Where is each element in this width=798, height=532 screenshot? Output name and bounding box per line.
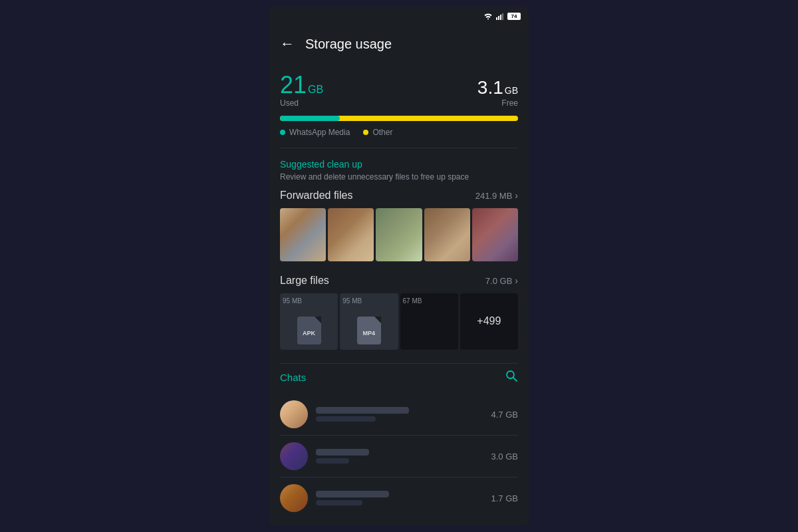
chat-size-2: 3.0 GB: [491, 452, 518, 462]
progress-bar-fill: [280, 116, 340, 121]
used-storage: 21 GB Used: [280, 73, 323, 108]
chat-item-2[interactable]: 3.0 GB: [280, 436, 518, 477]
svg-rect-3: [502, 13, 503, 20]
other-dot: [363, 130, 368, 135]
large-files-chevron: ›: [515, 275, 518, 286]
svg-rect-0: [496, 17, 497, 20]
forwarded-files-size: 241.9 MB ›: [475, 190, 518, 201]
apk-size: 95 MB: [283, 297, 302, 305]
apk-icon: APK: [297, 317, 321, 344]
legend-other: Other: [363, 128, 392, 137]
media-thumb-4[interactable]: [424, 208, 470, 261]
search-icon[interactable]: [505, 369, 518, 386]
chat-avatar-2: [280, 442, 308, 470]
chats-title: Chats: [280, 372, 306, 383]
chat-info-3: [316, 491, 483, 505]
progress-bar-track: [280, 116, 518, 121]
free-label: Free: [501, 98, 518, 108]
other-label: Other: [372, 128, 392, 137]
large-files-title: Large files: [280, 275, 329, 287]
file-more[interactable]: +499: [460, 293, 518, 350]
suggested-description: Review and delete unnecessary files to f…: [280, 172, 518, 182]
chat-avatar-3: [280, 484, 308, 512]
forwarded-chevron: ›: [515, 190, 518, 201]
chat-name-placeholder-3: [316, 491, 389, 497]
chat-avatar-1: [280, 400, 308, 428]
content-area: 21 GB Used 3.1 GB Free What: [269, 63, 529, 525]
chat-item-1[interactable]: 4.7 GB: [280, 394, 518, 436]
page-title: Storage usage: [305, 37, 392, 52]
media-thumb-2[interactable]: [328, 208, 374, 261]
chat-name-placeholder-2: [316, 449, 369, 456]
svg-rect-2: [500, 15, 501, 20]
chat-sub-placeholder-2: [316, 458, 349, 464]
media-thumb-5[interactable]: [472, 208, 518, 261]
chats-header: Chats: [280, 369, 518, 386]
more-count: +499: [477, 315, 501, 327]
file-mp4[interactable]: 95 MB MP4: [340, 293, 398, 350]
free-number: 3.1 GB: [477, 78, 518, 97]
svg-rect-1: [498, 16, 499, 20]
chat-info-1: [316, 407, 483, 422]
whatsapp-dot: [280, 130, 285, 135]
battery-icon: 74: [507, 13, 521, 20]
chat-item-3[interactable]: 1.7 GB: [280, 477, 518, 519]
phone-container: 74 ← Storage usage 21 GB Used 3.1 GB: [269, 7, 529, 525]
chat-size-1: 4.7 GB: [491, 410, 518, 420]
chat-info-2: [316, 449, 483, 464]
file-dark[interactable]: 67 MB: [400, 293, 458, 350]
wifi-icon: [483, 12, 493, 20]
large-files-header[interactable]: Large files 7.0 GB ›: [280, 275, 518, 287]
chat-sub-placeholder-1: [316, 416, 376, 422]
storage-stats: 21 GB Used 3.1 GB Free: [280, 73, 518, 108]
used-number: 21 GB: [280, 73, 323, 97]
header: ← Storage usage: [269, 25, 529, 63]
storage-legend: WhatsApp Media Other: [280, 128, 518, 137]
storage-progress: [280, 116, 518, 121]
suggested-cleanup-section: Suggested clean up Review and delete unn…: [280, 159, 518, 350]
status-bar: 74: [269, 7, 529, 25]
forwarded-files-title: Forwarded files: [280, 190, 352, 201]
mp4-type: MP4: [363, 330, 376, 336]
large-files-grid: 95 MB APK 95 MB MP4 67 MB: [280, 293, 518, 350]
divider-1: [280, 148, 518, 148]
large-files-section: Large files 7.0 GB › 95 MB APK: [280, 275, 518, 350]
forwarded-files-grid[interactable]: [280, 208, 518, 261]
chat-name-placeholder-1: [316, 407, 409, 414]
svg-line-5: [513, 378, 517, 381]
chat-size-3: 1.7 GB: [491, 493, 518, 503]
used-label: Used: [280, 98, 299, 108]
divider-2: [280, 363, 518, 364]
signal-icon: [495, 12, 505, 20]
chat-sub-placeholder-3: [316, 500, 362, 505]
used-amount: 21: [280, 73, 307, 97]
dark-size: 67 MB: [403, 297, 422, 305]
apk-type: APK: [303, 330, 315, 336]
large-files-size: 7.0 GB ›: [485, 275, 518, 286]
status-icons: 74: [483, 12, 521, 20]
legend-whatsapp: WhatsApp Media: [280, 128, 350, 137]
back-button[interactable]: ←: [280, 35, 295, 53]
mp4-size: 95 MB: [342, 297, 362, 305]
chats-section: Chats 4.7 GB: [280, 369, 518, 519]
mp4-icon: MP4: [357, 317, 381, 344]
whatsapp-label: WhatsApp Media: [289, 128, 350, 137]
free-unit: GB: [505, 85, 518, 96]
suggested-title: Suggested clean up: [280, 159, 518, 170]
media-thumb-1[interactable]: [280, 208, 326, 261]
svg-point-4: [507, 371, 514, 378]
battery-level: 74: [511, 13, 517, 19]
used-unit: GB: [308, 84, 323, 96]
forwarded-files-header[interactable]: Forwarded files 241.9 MB ›: [280, 190, 518, 201]
free-amount: 3.1: [477, 78, 503, 97]
file-apk[interactable]: 95 MB APK: [280, 293, 338, 350]
media-thumb-3[interactable]: [376, 208, 422, 261]
free-storage: 3.1 GB Free: [477, 78, 518, 108]
